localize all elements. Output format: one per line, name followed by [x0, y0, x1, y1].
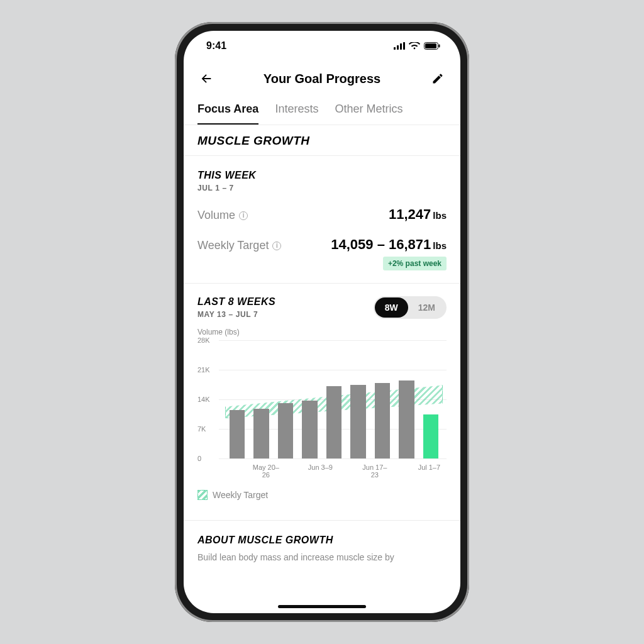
info-icon[interactable]: i	[239, 211, 248, 220]
svg-rect-6	[439, 45, 440, 48]
x-tick-jun3: Jun 3–9	[307, 464, 334, 479]
info-icon[interactable]: i	[272, 242, 281, 250]
bar-current	[423, 414, 438, 458]
bar-1	[230, 410, 245, 458]
svg-rect-0	[394, 47, 396, 50]
toggle-12m[interactable]: 12M	[408, 297, 445, 318]
device-frame: 9:41 Your Goal Progress Focus Area Inter…	[175, 22, 469, 622]
status-bar: 9:41	[184, 31, 460, 61]
bar-6	[350, 385, 365, 458]
toggle-8w[interactable]: 8W	[375, 297, 408, 318]
pencil-icon	[431, 72, 444, 85]
bar-2	[253, 409, 269, 458]
target-value-wrap: 14,059 – 16,871lbs	[331, 236, 447, 253]
edit-button[interactable]	[429, 70, 447, 87]
target-unit: lbs	[433, 240, 447, 251]
last8-date-range: MAY 13 – JUL 7	[197, 310, 275, 319]
volume-value-wrap: 11,247lbs	[389, 206, 447, 223]
legend-label-target: Weekly Target	[213, 490, 268, 500]
about-heading: ABOUT MUSCLE GROWTH	[197, 535, 447, 546]
svg-rect-2	[400, 43, 402, 50]
tab-interests[interactable]: Interests	[275, 103, 318, 125]
svg-rect-3	[403, 42, 405, 50]
home-indicator[interactable]	[278, 605, 366, 608]
this-week-date-range: JUL 1 – 7	[197, 184, 447, 192]
bar-3	[278, 403, 293, 458]
x-tick-may20: May 20–26	[252, 464, 279, 479]
last-8-weeks-panel: LAST 8 WEEKS MAY 13 – JUL 7 8W 12M Volum…	[184, 284, 460, 506]
y-tick-21k: 21K	[197, 366, 210, 374]
bar-8	[399, 380, 414, 458]
status-icons	[394, 42, 440, 50]
volume-chart: 0 7K 14K 21K 28K	[197, 340, 447, 458]
tab-other-metrics[interactable]: Other Metrics	[335, 103, 402, 125]
volume-label: Volume i	[197, 209, 248, 222]
delta-badge-wrap: +2% past week	[197, 257, 447, 270]
tab-focus-area[interactable]: Focus Area	[197, 103, 258, 125]
target-label-text: Weekly Target	[197, 239, 269, 252]
arrow-left-icon	[199, 72, 213, 86]
about-section: ABOUT MUSCLE GROWTH Build lean body mass…	[184, 520, 460, 564]
target-label: Weekly Target i	[197, 239, 281, 252]
target-value: 14,059 – 16,871	[331, 236, 431, 252]
screen: 9:41 Your Goal Progress Focus Area Inter…	[184, 31, 460, 613]
last8-heading-wrap: LAST 8 WEEKS MAY 13 – JUL 7	[197, 296, 275, 319]
y-tick-28k: 28K	[197, 336, 210, 344]
cellular-icon	[394, 42, 405, 50]
chart-bars	[225, 340, 443, 458]
about-body: Build lean body mass and increase muscle…	[197, 551, 447, 564]
svg-rect-5	[425, 43, 436, 48]
y-tick-0: 0	[197, 455, 201, 462]
range-toggle: 8W 12M	[374, 296, 447, 319]
volume-unit: lbs	[433, 210, 447, 221]
chart-x-ticks: May 20–26 Jun 3–9 Jun 17–23 Jul 1–7	[197, 458, 447, 479]
back-button[interactable]	[197, 70, 215, 87]
legend-swatch-target	[197, 490, 208, 500]
volume-label-text: Volume	[197, 209, 235, 222]
delta-badge: +2% past week	[383, 257, 447, 270]
status-time: 9:41	[206, 40, 226, 52]
section-header: MUSCLE GROWTH	[184, 125, 460, 156]
y-tick-14k: 14K	[197, 396, 210, 403]
wifi-icon	[409, 42, 420, 50]
target-row: Weekly Target i 14,059 – 16,871lbs	[197, 236, 447, 253]
chart-y-axis-title: Volume (lbs)	[197, 328, 447, 336]
volume-row: Volume i 11,247lbs	[197, 206, 447, 223]
svg-rect-1	[397, 45, 399, 50]
tabs: Focus Area Interests Other Metrics	[184, 96, 460, 125]
this-week-heading: THIS WEEK	[197, 170, 447, 181]
volume-value: 11,247	[389, 206, 431, 222]
battery-icon	[424, 42, 440, 50]
y-tick-7k: 7K	[197, 425, 206, 433]
chart-legend: Weekly Target	[197, 490, 447, 500]
bar-4	[302, 401, 317, 458]
nav-bar: Your Goal Progress	[184, 61, 460, 96]
x-tick-jun17: Jun 17–23	[361, 464, 388, 479]
this-week-panel: THIS WEEK JUL 1 – 7 Volume i 11,247lbs W…	[184, 156, 460, 284]
bar-5	[326, 386, 341, 458]
bar-7	[375, 383, 390, 458]
x-tick-jul1: Jul 1–7	[416, 464, 443, 479]
last8-heading: LAST 8 WEEKS	[197, 296, 275, 308]
last8-header: LAST 8 WEEKS MAY 13 – JUL 7 8W 12M	[197, 296, 447, 319]
page-title: Your Goal Progress	[264, 72, 380, 86]
